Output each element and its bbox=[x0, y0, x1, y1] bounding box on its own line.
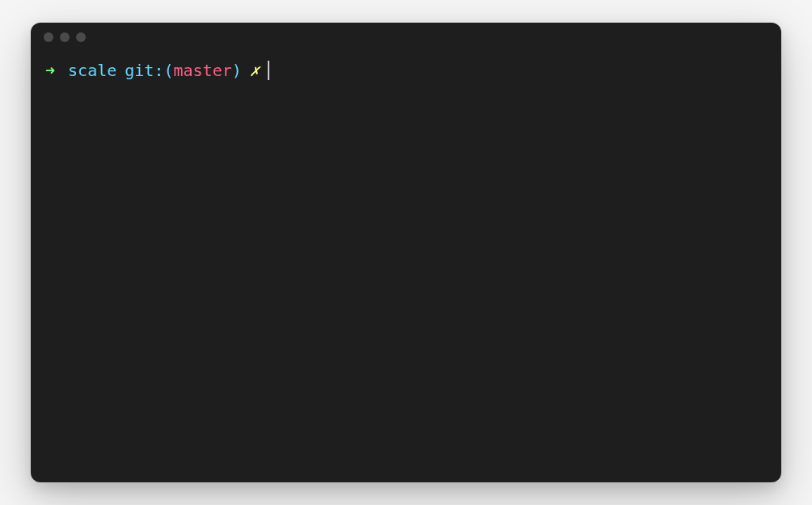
git-dirty-icon: ✗ bbox=[250, 58, 260, 83]
current-directory: scale bbox=[68, 58, 116, 83]
git-branch: master bbox=[173, 58, 231, 83]
git-paren-open: ( bbox=[163, 58, 173, 83]
terminal-body[interactable]: ➜ scale git: ( master ) ✗ bbox=[31, 52, 781, 482]
terminal-window: ➜ scale git: ( master ) ✗ bbox=[31, 23, 781, 482]
text-cursor bbox=[268, 61, 269, 80]
prompt-arrow-icon: ➜ bbox=[45, 58, 55, 83]
titlebar bbox=[31, 23, 781, 52]
minimize-button[interactable] bbox=[60, 32, 70, 42]
prompt-line: ➜ scale git: ( master ) ✗ bbox=[45, 58, 767, 83]
close-button[interactable] bbox=[44, 32, 53, 42]
git-paren-close: ) bbox=[232, 58, 242, 83]
git-label: git: bbox=[125, 58, 163, 83]
maximize-button[interactable] bbox=[76, 32, 86, 42]
